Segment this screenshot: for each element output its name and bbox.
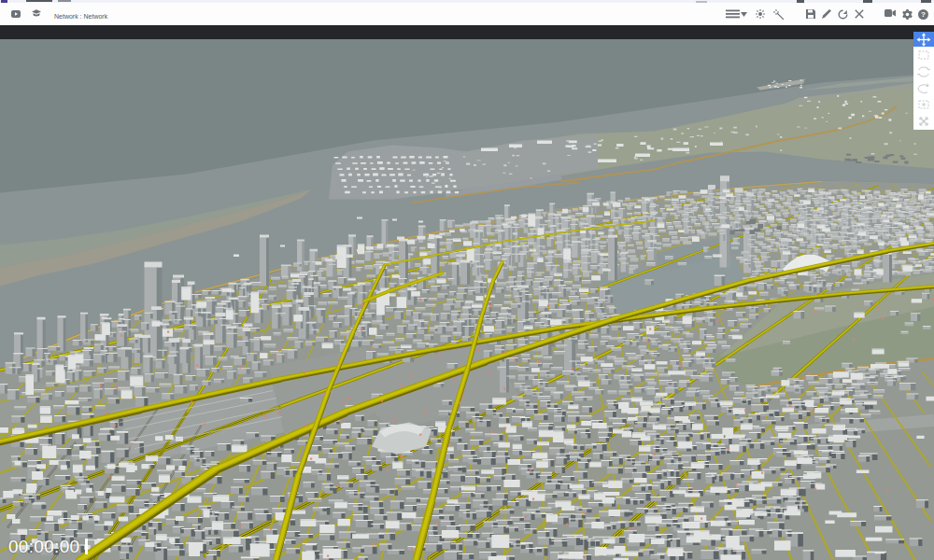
svg-text:?: ? (921, 10, 926, 19)
